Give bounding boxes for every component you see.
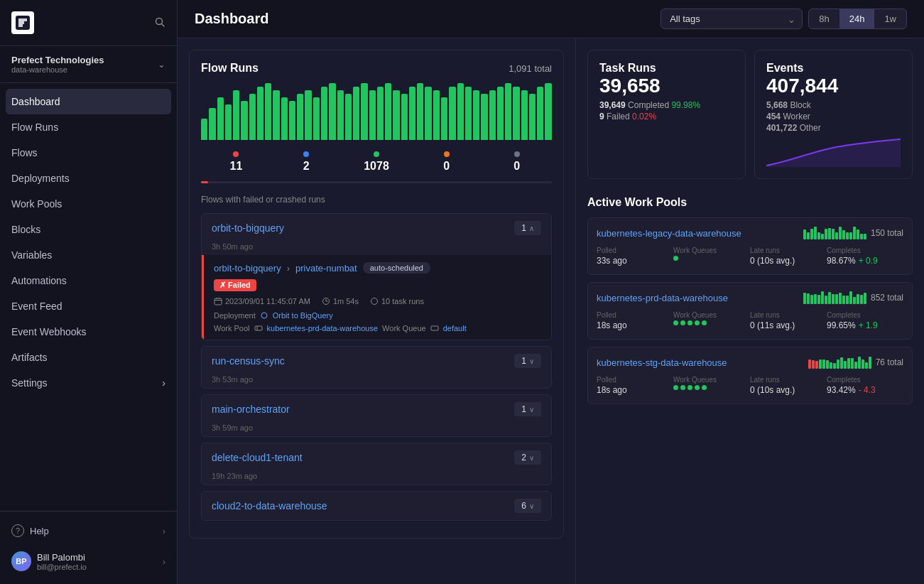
pool-bar [842,230,845,239]
pool-bar [865,362,868,369]
sidebar-item-label: Dashboard [11,96,60,107]
workspace-selector[interactable]: Prefect Technologies data-warehouse ⌄ [0,46,177,83]
run-name[interactable]: private-numbat [295,263,357,274]
pool-bar [828,292,831,304]
sidebar-item-event-feed[interactable]: Event Feed [0,293,177,319]
run-meta: 2023/09/01 11:45:07 AM 1m 54s 10 task ru… [214,297,541,305]
events-other-row: 401,722 Other [766,123,901,133]
chart-bar [281,97,288,140]
right-panel: Task Runs 39,658 39,649 Completed 99.98%… [576,38,924,584]
flow-badge-delete[interactable]: 2 ∨ [514,450,541,465]
pool-bar [822,359,825,369]
pool-bar [862,359,864,369]
user-item[interactable]: BP Bill Palombi bill@prefect.io › [0,544,177,578]
flow-badge-cloud2[interactable]: 6 ∨ [514,499,541,513]
chart-bar [225,104,232,140]
flow-time-orchestrator: 3h 59m ago [202,423,551,436]
flow-time-census: 3h 53m ago [202,375,551,388]
flow-name-orchestrator[interactable]: main-orchestrator [212,404,290,415]
pool-bar [858,357,861,369]
flow-name-delete[interactable]: delete-cloud1-tenant [212,452,303,463]
chart-bar [457,83,464,140]
events-title: Events [766,62,901,75]
sidebar-item-blocks[interactable]: Blocks [0,217,177,242]
arrow-icon: › [287,263,290,274]
sidebar-item-label: Variables [11,249,52,261]
chart-bar [449,87,455,140]
user-email: bill@prefect.io [37,563,87,571]
sidebar-item-flows[interactable]: Flows [0,140,177,166]
pool-bar [830,362,832,369]
run-duration: 1m 54s [322,297,359,305]
sidebar-item-label: Deployments [11,173,70,184]
sidebar-item-label: Work Pools [11,198,62,210]
chart-bar [201,119,207,140]
sidebar-item-label: Event Feed [11,301,62,312]
flow-badge-census[interactable]: 1 ∨ [514,354,541,368]
flow-badge-orchestrator[interactable]: 1 ∨ [514,402,541,416]
chart-bar [409,87,415,140]
time-btn-1w[interactable]: 1w [874,9,906,28]
search-button[interactable] [154,16,165,30]
pool-total-prd: 852 total [871,293,903,303]
pool-bar [839,293,842,304]
flow-name-cloud2[interactable]: cloud2-to-data-warehouse [212,500,327,512]
flow-item-census: run-census-sync 1 ∨ 3h 53m ago [201,346,552,389]
sidebar-item-settings[interactable]: Settings › [0,370,177,396]
sidebar-item-label: Blocks [11,224,40,235]
pool-bars-stg [808,356,871,369]
status-progress-track [201,181,552,183]
sidebar-item-work-pools[interactable]: Work Pools [0,191,177,217]
time-btn-24h[interactable]: 24h [839,9,875,28]
flows-section-label: Flows with failed or crashed runs [201,195,552,205]
help-item[interactable]: ? Help › [0,517,177,544]
chart-bar [289,101,295,140]
pool-bar [835,232,838,239]
sidebar-item-variables[interactable]: Variables [0,242,177,268]
run-queue-link[interactable]: default [443,324,467,332]
chart-bar [265,83,271,140]
cancelled-count: 0 [443,160,450,173]
flow-name-orbit[interactable]: orbit-to-bigquery [212,222,284,234]
run-pool-link[interactable]: kubernetes-prd-data-warehouse [267,324,379,332]
sidebar-item-dashboard[interactable]: Dashboard [6,89,171,114]
pool-bar [857,229,859,239]
sidebar-bottom: ? Help › BP Bill Palombi bill@prefect.io… [0,511,177,584]
sidebar-item-event-webhooks[interactable]: Event Webhooks [0,319,177,345]
completed-dot [374,151,379,157]
chevron-right-icon: › [163,526,165,536]
chart-bar [425,87,431,140]
chart-bar [393,90,399,140]
topbar: Dashboard All tags 8h 24h 1w [178,0,924,38]
chart-bar [489,90,496,140]
events-total: 407,844 [766,75,901,97]
sidebar-item-deployments[interactable]: Deployments [0,166,177,191]
tag-select[interactable]: All tags [661,9,803,29]
pool-stats-stg: Polled 18s ago Work Queues [597,376,903,395]
sidebar-item-flow-runs[interactable]: Flow Runs [0,114,177,140]
flow-time-orbit: 3h 50m ago [202,242,551,255]
pool-bar [814,294,817,304]
pool-bar [853,227,856,239]
flow-time-delete: 19h 23m ago [202,472,551,485]
pool-bar [842,296,845,304]
flow-name-census[interactable]: run-census-sync [212,355,285,367]
chart-bar [321,87,327,140]
chart-bar [241,101,247,140]
flow-badge-orbit[interactable]: 1 ∧ [514,221,541,235]
pool-bar [869,357,871,369]
chart-bar [521,90,528,140]
pool-bars-legacy [803,227,866,239]
completed-count: 1078 [364,160,389,173]
sidebar-item-automations[interactable]: Automations [0,268,177,293]
sidebar-item-artifacts[interactable]: Artifacts [0,345,177,370]
run-deployment-link[interactable]: Orbit to BigQuery [273,311,333,320]
pool-name-stg[interactable]: kubernetes-stg-data-warehouse [597,357,727,368]
pool-bar [864,234,866,239]
sidebar-logo [0,0,177,46]
run-flow-name[interactable]: orbit-to-bigquery [214,263,281,274]
sidebar: Prefect Technologies data-warehouse ⌄ Da… [0,0,178,584]
pool-name-legacy[interactable]: kubernetes-legacy-data-warehouse [597,228,741,239]
time-btn-8h[interactable]: 8h [809,9,839,28]
pool-name-prd[interactable]: kubernetes-prd-data-warehouse [597,293,728,303]
